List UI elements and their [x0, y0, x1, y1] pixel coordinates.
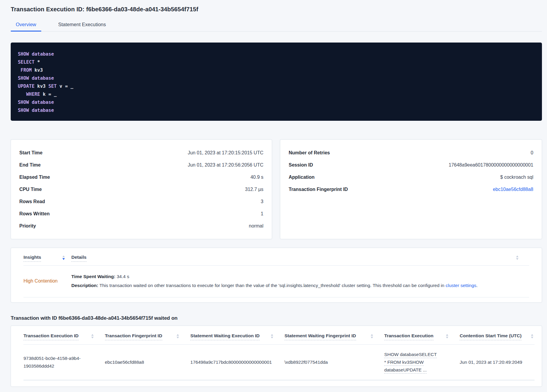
tab-overview[interactable]: Overview: [11, 22, 41, 31]
insight-type-label: High Contention: [23, 278, 71, 284]
col-header-label[interactable]: Transaction Execution ID: [23, 333, 78, 340]
row-value: normal: [249, 223, 263, 229]
cell-txn-exec-id: 9738d051-bc0e-4158-a9b4-1903586ddd42: [23, 355, 105, 370]
summary-row-elapsed-time: Elapsed Time 40.9 s: [19, 171, 263, 183]
row-value: Jun 01, 2023 at 17:20:15:2015 UTC: [188, 150, 263, 156]
sort-icon[interactable]: [516, 255, 518, 260]
sort-icon[interactable]: [446, 334, 448, 338]
col-header-txn-fp-id: Transaction Fingerprint ID: [105, 333, 191, 340]
transaction-execution-page: Transaction Execution ID: f6be6366-da03-…: [0, 0, 547, 387]
sort-icon[interactable]: [62, 255, 65, 260]
row-value: 40.9 s: [250, 175, 263, 180]
insights-table-header: Insights Details: [23, 248, 529, 266]
cluster-settings-link[interactable]: cluster settings: [446, 283, 476, 288]
row-label: Start Time: [19, 150, 43, 156]
waited-on-table-card: Transaction Execution ID Transaction Fin…: [11, 326, 542, 387]
col-header-label[interactable]: Contention Start Time (UTC): [460, 333, 521, 340]
waiting-label: Time Spent Waiting:: [71, 274, 115, 279]
row-label: Elapsed Time: [19, 175, 50, 180]
transaction-execution-link[interactable]: SHOW databaseSELECT * FROM kv3SHOW datab…: [384, 351, 437, 374]
row-value: 0: [531, 150, 533, 156]
row-label: Transaction Fingerprint ID: [289, 187, 348, 192]
row-label: CPU Time: [19, 187, 42, 192]
summary-cards-row: Start Time Jun 01, 2023 at 17:20:15:2015…: [11, 139, 542, 239]
summary-card-right: Number of Retries 0 Session ID 17648a9ee…: [280, 139, 542, 239]
description-line: Description: This transaction waited on …: [71, 281, 529, 290]
row-label: Rows Written: [19, 211, 50, 217]
summary-row-txn-fingerprint: Transaction Fingerprint ID ebc10ae56cfd8…: [289, 183, 533, 195]
col-header-label[interactable]: Statement Waiting Execution ID: [190, 333, 260, 340]
waited-table-header: Transaction Execution ID Transaction Fin…: [23, 326, 535, 345]
col-header-txn-execution: Transaction Execution: [384, 333, 460, 340]
details-header-label[interactable]: Details: [71, 255, 87, 262]
transaction-fingerprint-link[interactable]: ebc10ae56cfd88a8: [493, 187, 533, 192]
waiting-value: 34.4 s: [115, 274, 129, 279]
row-label: Priority: [19, 223, 36, 229]
page-title: Transaction Execution ID: f6be6366-da03-…: [11, 6, 542, 13]
sort-icon[interactable]: [271, 334, 273, 338]
insight-row: High Contention Time Spent Waiting: 34.4…: [23, 266, 529, 297]
col-header-label[interactable]: Transaction Execution: [384, 333, 433, 340]
description-label: Description:: [71, 283, 98, 288]
row-value: Jun 01, 2023 at 17:20:56:2056 UTC: [188, 162, 263, 168]
insights-card-footer: [23, 297, 529, 302]
sort-icon[interactable]: [177, 334, 179, 338]
summary-row-priority: Priority normal: [19, 220, 263, 232]
sort-icon[interactable]: [531, 334, 533, 338]
col-header-label[interactable]: Statement Waiting Fingerprint ID: [284, 333, 356, 340]
tabbar: Overview Statement Executions: [11, 22, 542, 32]
col-header-stmt-wait-exec-id: Statement Waiting Execution ID: [190, 333, 284, 340]
sort-icon[interactable]: [371, 334, 373, 338]
row-label: Number of Retries: [289, 150, 330, 156]
summary-row-retries: Number of Retries 0: [289, 147, 533, 159]
summary-card-left: Start Time Jun 01, 2023 at 17:20:15:2015…: [11, 139, 272, 239]
waited-on-heading: Transaction with ID f6be6366-da03-48de-a…: [11, 315, 542, 321]
waited-card-footer: [23, 380, 535, 386]
insights-card: Insights Details High Contention Time Sp…: [11, 248, 542, 302]
cell-stmt-wait-exec-id: 176498a9c717bdc80000000000000001: [190, 358, 284, 366]
tab-statement-executions[interactable]: Statement Executions: [53, 22, 111, 31]
row-value: 312.7 µs: [245, 187, 263, 192]
insights-column-header: Insights: [23, 255, 71, 262]
insights-header-label[interactable]: Insights: [23, 255, 41, 262]
table-row: 9738d051-bc0e-4158-a9b4-1903586ddd42 ebc…: [23, 345, 535, 380]
insight-details: Time Spent Waiting: 34.4 s Description: …: [71, 272, 529, 290]
row-label: Session ID: [289, 162, 313, 168]
row-label: Rows Read: [19, 199, 45, 204]
row-value: 3: [261, 199, 263, 204]
row-value: 17648a9eea6017800000000000000001: [449, 162, 533, 168]
cell-txn-execution: SHOW databaseSELECT * FROM kv3SHOW datab…: [384, 351, 460, 374]
time-spent-waiting-line: Time Spent Waiting: 34.4 s: [71, 272, 529, 281]
row-label: Application: [289, 175, 315, 180]
col-header-txn-exec-id: Transaction Execution ID: [23, 333, 105, 340]
summary-row-end-time: End Time Jun 01, 2023 at 17:20:56:2056 U…: [19, 159, 263, 171]
summary-row-session-id: Session ID 17648a9eea6017800000000000000…: [289, 159, 533, 171]
col-header-label[interactable]: Transaction Fingerprint ID: [105, 333, 162, 340]
cell-txn-fp-id: ebc10ae56cfd88a8: [105, 358, 191, 366]
sort-icon[interactable]: [91, 334, 94, 338]
summary-row-application: Application $ cockroach sql: [289, 171, 533, 183]
cell-stmt-wait-fp-id: \xdb8922f077541dda: [284, 358, 384, 366]
col-header-contention-start: Contention Start Time (UTC): [460, 333, 535, 340]
summary-row-start-time: Start Time Jun 01, 2023 at 17:20:15:2015…: [19, 147, 263, 159]
row-value: $ cockroach sql: [500, 175, 533, 180]
summary-row-rows-written: Rows Written 1: [19, 208, 263, 220]
description-text: This transaction waited on other transac…: [98, 283, 446, 288]
summary-row-rows-read: Rows Read 3: [19, 195, 263, 208]
row-value: 1: [261, 211, 263, 217]
cell-contention-start: Jun 01, 2023 at 17:20:49:2049: [460, 358, 535, 366]
row-label: End Time: [19, 162, 41, 168]
col-header-stmt-wait-fp-id: Statement Waiting Fingerprint ID: [284, 333, 384, 340]
sql-box: SHOW databaseSELECT * FROM kv3SHOW datab…: [11, 43, 542, 121]
description-period: .: [476, 283, 477, 288]
summary-row-cpu-time: CPU Time 312.7 µs: [19, 183, 263, 195]
